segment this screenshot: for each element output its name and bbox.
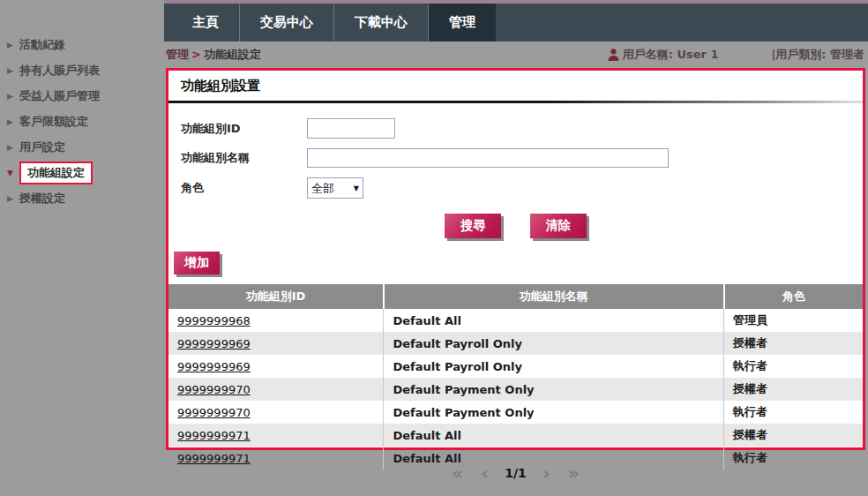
group-id-label: 功能組別ID [181, 121, 307, 137]
breadcrumb-current-page: 功能組設定 [204, 48, 261, 61]
sidebar-item-label: 活動紀錄 [19, 37, 65, 53]
role-cell: 執行者 [724, 355, 863, 378]
function-group-table: 功能組別ID 功能組別名稱 角色 9999999968 Default All … [168, 284, 863, 470]
page-indicator: 1/1 [505, 466, 527, 480]
table-row: 9999999968 Default All 管理員 [168, 309, 863, 332]
group-name-cell: Default Payment Only [384, 401, 724, 424]
sidebar-item-user-settings[interactable]: ▶ 用戶設定 [0, 134, 164, 160]
form-row-id: 功能組別ID [181, 118, 863, 139]
header-group-name: 功能組別名稱 [384, 284, 724, 309]
table-header-row: 功能組別ID 功能組別名稱 角色 [168, 284, 863, 309]
group-name-input[interactable] [307, 148, 669, 168]
sidebar-item-label-selected: 功能組設定 [19, 162, 93, 184]
header-group-id: 功能組別ID [168, 284, 384, 309]
tab-download-center[interactable]: 下載中心 [333, 4, 428, 41]
first-page-icon[interactable]: « [452, 462, 463, 484]
group-id-link[interactable]: 9999999969 [177, 337, 251, 350]
table-row: 9999999971 Default All 授權者 [168, 424, 863, 447]
form-row-name: 功能組別名稱 [181, 148, 863, 168]
chevron-right-icon: ▶ [7, 194, 19, 203]
nav-tabs: 主頁 交易中心 下載中心 管理 [164, 4, 868, 41]
role-label: 角色 [181, 180, 307, 196]
add-button-row: 增加 [174, 252, 863, 274]
top-navigation: 主頁 交易中心 下載中心 管理 [164, 0, 868, 41]
sidebar-item-function-group[interactable]: ▼ 功能組設定 [0, 160, 164, 185]
breadcrumb-bar: 管理>功能組設定 用戶名稱: User 1 |用戶類別: 管理者 [164, 41, 868, 68]
chevron-right-icon: ▶ [7, 92, 19, 101]
sidebar-item-label: 受益人賬戶管理 [19, 88, 100, 104]
table-row: 9999999970 Default Payment Only 執行者 [168, 401, 863, 424]
next-page-icon[interactable]: › [542, 462, 550, 484]
page-title: 功能組別設置 [168, 71, 863, 101]
tab-admin[interactable]: 管理 [428, 4, 496, 41]
group-id-link[interactable]: 9999999971 [177, 429, 251, 442]
breadcrumb: 管理>功能組設定 [166, 47, 261, 63]
sidebar-item-authorization[interactable]: ▶ 授權設定 [0, 185, 164, 211]
sidebar-item-label: 客戶限額設定 [19, 114, 88, 130]
chevron-right-icon: ▶ [7, 66, 19, 75]
role-cell: 管理員 [724, 309, 863, 332]
sidebar-item-holder-account-list[interactable]: ▶ 持有人賬戶列表 [0, 57, 164, 83]
table-row: 9999999969 Default Payroll Only 授權者 [168, 332, 863, 355]
group-id-link[interactable]: 9999999970 [177, 406, 251, 419]
group-name-cell: Default Payroll Only [384, 332, 724, 355]
group-name-cell: Default All [384, 424, 724, 447]
group-id-link[interactable]: 9999999968 [177, 314, 251, 327]
chevron-down-icon: ▼ [7, 169, 19, 177]
user-info: 用戶名稱: User 1 |用戶類別: 管理者 [608, 47, 864, 63]
pagination: « ‹ 1/1 › » [166, 462, 865, 484]
last-page-icon[interactable]: » [568, 462, 580, 484]
sidebar-item-label: 持有人賬戶列表 [19, 63, 100, 79]
table-row: 9999999970 Default Payment Only 授權者 [168, 378, 863, 401]
group-id-input[interactable] [307, 118, 395, 139]
form-row-role: 角色 全部 ▼ [181, 177, 863, 199]
role-cell: 執行者 [724, 401, 863, 424]
role-cell: 授權者 [724, 424, 863, 447]
action-buttons: 搜尋 清除 [168, 214, 863, 238]
breadcrumb-separator: > [189, 48, 204, 61]
sidebar-item-beneficiary-account[interactable]: ▶ 受益人賬戶管理 [0, 83, 164, 109]
chevron-right-icon: ▶ [7, 117, 19, 126]
role-select[interactable]: 全部 [307, 177, 363, 199]
user-name-text: 用戶名稱: User 1 [623, 47, 719, 63]
user-icon [608, 49, 619, 61]
group-id-link[interactable]: 9999999970 [177, 383, 251, 396]
table-row: 9999999969 Default Payroll Only 執行者 [168, 355, 863, 378]
role-select-wrap: 全部 ▼ [307, 177, 363, 199]
role-cell: 授權者 [724, 378, 863, 401]
breadcrumb-section[interactable]: 管理 [166, 48, 189, 61]
sidebar-item-label: 授權設定 [19, 191, 65, 207]
tab-transaction-center[interactable]: 交易中心 [239, 4, 333, 41]
group-name-cell: Default All [384, 309, 724, 332]
sidebar: ▶ 活動紀錄 ▶ 持有人賬戶列表 ▶ 受益人賬戶管理 ▶ 客戶限額設定 ▶ 用戶… [0, 0, 164, 496]
user-type-text: |用戶類別: 管理者 [772, 47, 864, 63]
clear-button[interactable]: 清除 [530, 214, 587, 238]
group-name-cell: Default Payroll Only [384, 355, 724, 378]
group-id-link[interactable]: 9999999969 [177, 360, 251, 373]
sidebar-item-customer-limit[interactable]: ▶ 客戶限額設定 [0, 109, 164, 134]
add-button[interactable]: 增加 [174, 252, 220, 274]
sidebar-item-label: 用戶設定 [19, 139, 65, 155]
group-name-label: 功能組別名稱 [181, 150, 307, 166]
search-button[interactable]: 搜尋 [445, 214, 501, 238]
header-role: 角色 [724, 284, 863, 309]
chevron-right-icon: ▶ [7, 143, 19, 152]
group-name-cell: Default Payment Only [384, 378, 724, 401]
previous-page-icon[interactable]: ‹ [481, 462, 488, 484]
tab-home[interactable]: 主頁 [172, 4, 239, 41]
chevron-right-icon: ▶ [7, 41, 19, 49]
function-group-panel: 功能組別設置 功能組別ID 功能組別名稱 角色 全部 ▼ 搜尋 清除 增加 [166, 68, 865, 450]
search-form: 功能組別ID 功能組別名稱 角色 全部 ▼ [181, 118, 863, 199]
role-cell: 授權者 [724, 332, 863, 355]
title-divider [168, 101, 863, 103]
sidebar-item-activity-log[interactable]: ▶ 活動紀錄 [0, 32, 164, 57]
